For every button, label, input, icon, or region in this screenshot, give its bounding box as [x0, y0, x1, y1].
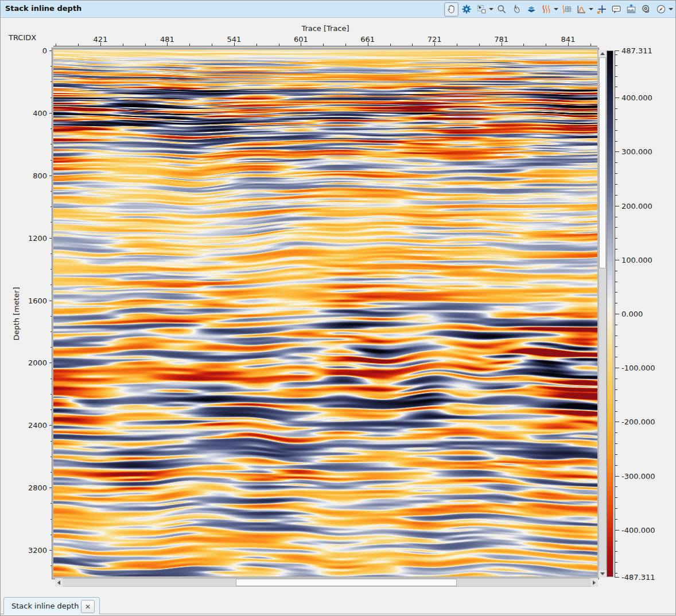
- trace-minor-tick: [279, 44, 279, 46]
- colorbar-major-tick: [615, 577, 619, 578]
- colorbar-minor-tick: [615, 497, 617, 498]
- tab-bar-line: [1, 614, 675, 614]
- colorbar-minor-tick: [615, 541, 617, 541]
- trace-minor-tick: [412, 44, 413, 46]
- depth-tick-label: 3200: [28, 546, 49, 555]
- colorbar: [607, 50, 613, 577]
- colorbar-minor-tick: [615, 357, 617, 357]
- colorbar-major-tick: [615, 260, 619, 260]
- colorbar-minor-tick: [615, 130, 617, 131]
- trace-minor-tick: [323, 44, 324, 46]
- colorbar-major-tick: [615, 206, 619, 206]
- settings-gear-icon: [461, 3, 472, 15]
- tab-label: Stack inline depth: [11, 602, 79, 610]
- pan-tool-icon: [446, 3, 457, 15]
- colorbar-minor-tick: [615, 54, 617, 55]
- vertical-scrollbar-up-button[interactable]: [599, 50, 607, 57]
- wiggle-traces-button[interactable]: [539, 2, 553, 17]
- colorbar-minor-tick: [615, 454, 617, 455]
- trace-minor-tick: [212, 44, 212, 46]
- depth-tick-label: 0: [42, 46, 49, 55]
- trace-spreadsheet-button[interactable]: [559, 2, 573, 17]
- chevron-down-icon: [554, 8, 558, 10]
- trace-minor-tick: [189, 44, 190, 46]
- horizontal-scrollbar-thumb[interactable]: [236, 579, 457, 586]
- pick-position-button[interactable]: [594, 2, 608, 17]
- colorbar-minor-tick: [615, 65, 617, 66]
- close-icon: ✕: [85, 603, 91, 611]
- trace-tick-label: 601: [294, 35, 308, 44]
- measure-tape-icon: [640, 3, 652, 15]
- colorbar-minor-tick: [615, 238, 617, 239]
- colorbar-minor-tick: [615, 443, 617, 444]
- colorbar-tick-label: 200.000: [621, 201, 652, 210]
- colorbar-tick-label: 300.000: [621, 147, 652, 156]
- up-arrow-icon: [600, 52, 605, 55]
- measure-tape-button[interactable]: [639, 2, 653, 17]
- trace-tick-label: 781: [494, 35, 508, 44]
- left-arrow-icon: [57, 580, 60, 585]
- compass-dropdown-arrow[interactable]: [668, 2, 673, 17]
- chevron-down-icon: [669, 8, 673, 10]
- colorbar-minor-tick: [615, 519, 617, 520]
- trace-minor-tick: [56, 44, 56, 46]
- colorbar-tick-label: 487.311: [621, 46, 652, 55]
- colorbar-minor-tick: [615, 325, 617, 325]
- colorbar-major-tick: [615, 50, 619, 51]
- horizontal-scrollbar-right-button[interactable]: [590, 578, 598, 587]
- vertical-scrollbar-down-button[interactable]: [599, 570, 607, 578]
- toolbar: [444, 1, 673, 17]
- mouse-mode-button[interactable]: [509, 2, 523, 17]
- comment-bubble-button[interactable]: [609, 2, 623, 17]
- vertical-scrollbar-thumb[interactable]: [599, 57, 606, 268]
- region-select-button[interactable]: [474, 2, 488, 17]
- layers-button[interactable]: [524, 2, 538, 17]
- region-select-icon: [476, 3, 487, 15]
- colorbar-tick-label: -300.000: [621, 471, 655, 480]
- histogram-icon: [576, 3, 587, 15]
- depth-tick-label: 800: [33, 171, 49, 180]
- trace-minor-tick: [257, 44, 257, 46]
- trace-minor-tick: [523, 44, 524, 46]
- export-image-icon: [626, 3, 637, 15]
- colorbar-tick-label: 400.000: [621, 93, 652, 102]
- export-image-button[interactable]: [624, 2, 638, 17]
- colorbar-tick-label: -200.000: [621, 418, 655, 426]
- depth-tick-label: 2000: [28, 358, 49, 367]
- chevron-down-icon: [489, 8, 494, 10]
- colorbar-minor-tick: [615, 195, 617, 196]
- trace-spreadsheet-icon: [561, 3, 572, 15]
- colorbar-minor-tick: [615, 336, 617, 336]
- zoom-magnifier-button[interactable]: [494, 2, 508, 17]
- colorbar-major-tick: [615, 98, 619, 98]
- histogram-dropdown-arrow[interactable]: [588, 2, 593, 17]
- wiggle-traces-dropdown-arrow[interactable]: [553, 2, 558, 17]
- colorbar-tick-label: -100.000: [621, 364, 655, 372]
- trace-minor-tick: [145, 44, 146, 46]
- trace-minor-tick: [479, 44, 480, 46]
- colorbar-tick-label: -400.000: [621, 525, 655, 534]
- settings-gear-button[interactable]: [459, 2, 473, 17]
- horizontal-scrollbar-left-button[interactable]: [55, 578, 63, 587]
- trace-minor-tick: [590, 44, 591, 46]
- seismic-image[interactable]: [53, 50, 597, 576]
- pan-tool-button[interactable]: [444, 2, 459, 17]
- chevron-down-icon: [589, 8, 593, 10]
- tab-stack-inline-depth[interactable]: Stack inline depth ✕: [3, 597, 100, 614]
- histogram-button[interactable]: [574, 2, 588, 17]
- colorbar-major-tick: [615, 368, 619, 368]
- colorbar-minor-tick: [615, 400, 617, 401]
- tab-close-button[interactable]: ✕: [81, 600, 95, 613]
- pick-position-icon: [596, 3, 607, 15]
- colorbar-minor-tick: [615, 432, 617, 433]
- colorbar-major-tick: [615, 530, 619, 531]
- compass-button[interactable]: [654, 2, 668, 17]
- layers-icon: [526, 3, 537, 15]
- depth-tick-label: 2800: [28, 484, 49, 492]
- trace-minor-tick: [546, 44, 546, 46]
- region-select-dropdown-arrow[interactable]: [488, 2, 494, 17]
- comment-bubble-icon: [611, 3, 622, 15]
- colorbar-minor-tick: [615, 486, 617, 487]
- colorbar-minor-tick: [615, 379, 617, 379]
- colorbar-tick-label: 100.000: [621, 255, 652, 264]
